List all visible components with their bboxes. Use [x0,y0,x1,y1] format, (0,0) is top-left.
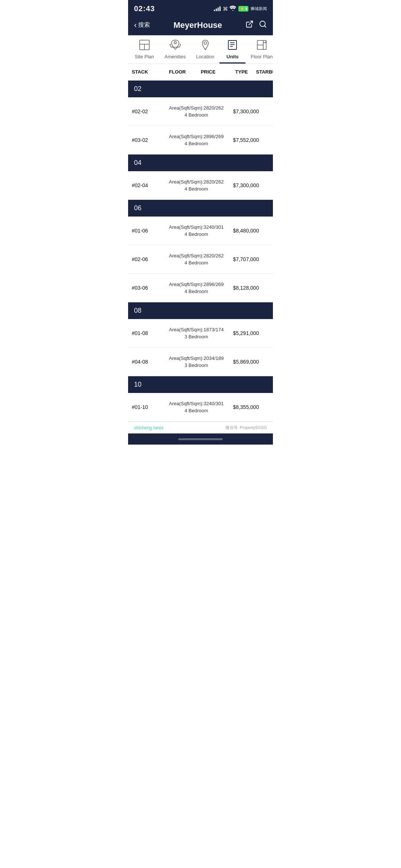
unit-price: $7,552,000 [224,137,268,143]
signal-icon [214,6,221,11]
brand-watermark: 狮城新闻 [251,6,267,12]
tab-units[interactable]: Units [219,35,245,64]
section-header-04: 04 [128,155,273,171]
nav-actions [245,20,267,30]
share-icon[interactable] [245,20,254,30]
units-icon [226,39,238,52]
tab-navigation: Site Plan Amenities Location [128,35,273,64]
section-header-10: 10 [128,376,273,393]
svg-rect-8 [228,40,237,49]
unit-stack: #03-02 [132,137,169,143]
unit-stack: #02-02 [132,108,169,114]
svg-line-2 [264,26,266,27]
footer-left: shicheng.news [134,425,163,430]
unit-price: $7,707,000 [224,256,268,262]
unit-floor: Area(Sqft/Sqm):2820/2624 Bedroom [169,104,224,119]
unit-stack: #01-08 [132,330,169,336]
unit-price: $5,291,000 [224,330,268,336]
table-row[interactable]: #01-06Area(Sqft/Sqm):3240/3014 Bedroom$8… [128,217,273,245]
section-header-02: 02 [128,81,273,97]
footer-right: 微信号: PropertySGSG [225,425,267,430]
col-starbuy: STARBUY [253,69,273,75]
back-label: 搜索 [138,21,150,29]
unit-price: $8,128,000 [224,285,268,291]
home-bar [178,438,223,440]
battery-icon: ⚡ [238,6,248,12]
col-floor: FLOOR [169,69,186,75]
status-bar: 02:43 ⌘ ⚡ 狮城新闻 [128,0,273,16]
table-row[interactable]: #04-08Area(Sqft/Sqm):2034/1893 Bedroom$5… [128,348,273,376]
section-header-08: 08 [128,302,273,319]
table-row[interactable]: #02-02Area(Sqft/Sqm):2820/2624 Bedroom$7… [128,97,273,126]
col-type: TYPE [231,69,253,75]
footer-bar: shicheng.news 微信号: PropertySGSG [128,422,273,433]
tab-location-label: Location [196,54,214,59]
unit-price: $8,480,000 [224,228,268,234]
unit-floor: Area(Sqft/Sqm):2820/2624 Bedroom [169,252,224,267]
table-row[interactable]: #01-10Area(Sqft/Sqm):3240/3014 Bedroom$8… [128,393,273,422]
table-row[interactable]: #02-06Area(Sqft/Sqm):2820/2624 Bedroom$7… [128,245,273,274]
tab-site-plan-label: Site Plan [135,54,154,59]
svg-line-0 [249,21,252,25]
unit-stack: #03-06 [132,285,169,291]
svg-point-7 [204,42,206,45]
unit-floor: Area(Sqft/Sqm):2820/2624 Bedroom [169,178,224,193]
unit-stack: #01-10 [132,404,169,410]
units-table: 02#02-02Area(Sqft/Sqm):2820/2624 Bedroom… [128,81,273,422]
unit-stack: #01-06 [132,228,169,234]
wifi-icon: ⌘ [223,6,236,12]
back-button[interactable]: ‹ 搜索 [134,21,150,29]
unit-floor: Area(Sqft/Sqm):2896/2694 Bedroom [169,281,224,295]
back-arrow-icon: ‹ [134,21,137,29]
status-time: 02:43 [134,4,155,13]
tab-floor-plan-label: Floor Plan [251,54,273,59]
tab-units-label: Units [226,54,239,59]
unit-stack: #02-04 [132,182,169,188]
nav-header: ‹ 搜索 MeyerHouse [128,16,273,35]
unit-floor: Area(Sqft/Sqm):2034/1893 Bedroom [169,355,224,369]
section-header-06: 06 [128,200,273,217]
search-icon[interactable] [259,20,267,30]
tab-amenities[interactable]: Amenities [159,35,191,64]
floor-plan-icon [256,39,268,52]
tab-amenities-label: Amenities [164,54,186,59]
home-indicator [128,433,273,445]
unit-stack: #02-06 [132,256,169,262]
table-row[interactable]: #02-04Area(Sqft/Sqm):2820/2624 Bedroom$7… [128,171,273,200]
table-row[interactable]: #03-06Area(Sqft/Sqm):2896/2694 Bedroom$8… [128,274,273,302]
location-icon [199,39,211,52]
unit-stack: #04-08 [132,359,169,365]
tab-floor-plan[interactable]: Floor Plan [245,35,273,64]
col-price: PRICE [186,69,231,75]
unit-floor: Area(Sqft/Sqm):3240/3014 Bedroom [169,400,224,415]
site-plan-icon [138,39,150,52]
unit-floor: Area(Sqft/Sqm):2896/2694 Bedroom [169,133,224,147]
table-row[interactable]: #01-08Area(Sqft/Sqm):1873/1743 Bedroom$5… [128,319,273,348]
amenities-icon [169,39,181,52]
tab-site-plan[interactable]: Site Plan [130,35,159,64]
unit-floor: Area(Sqft/Sqm):3240/3014 Bedroom [169,224,224,238]
table-row[interactable]: #03-02Area(Sqft/Sqm):2896/2694 Bedroom$7… [128,126,273,155]
unit-price: $8,355,000 [224,404,268,410]
col-stack: STACK [132,69,169,75]
unit-price: $7,300,000 [224,108,268,114]
page-title: MeyerHouse [173,20,222,30]
status-icons: ⌘ ⚡ 狮城新闻 [214,6,267,12]
unit-price: $5,869,000 [224,359,268,365]
tab-location[interactable]: Location [191,35,219,64]
table-header: STACK FLOOR PRICE TYPE STARBUY [128,64,273,81]
svg-point-6 [174,42,176,44]
unit-price: $7,300,000 [224,182,268,188]
unit-floor: Area(Sqft/Sqm):1873/1743 Bedroom [169,326,224,341]
